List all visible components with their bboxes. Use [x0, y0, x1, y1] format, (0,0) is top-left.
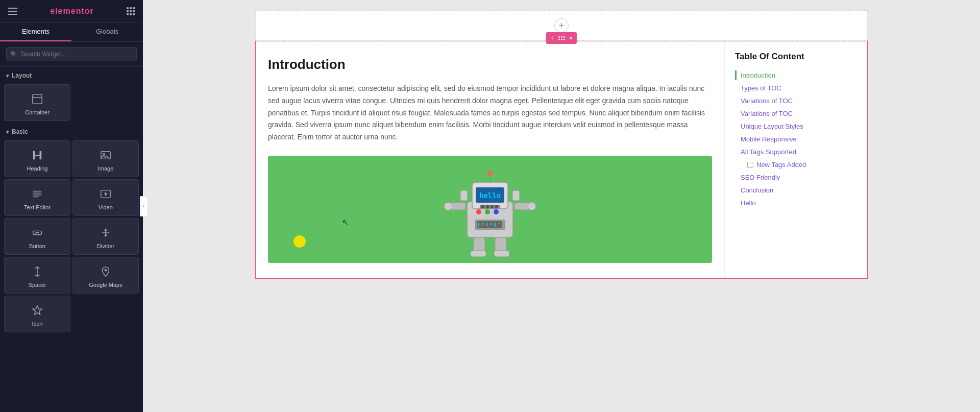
basic-section-header[interactable]: ▾ Basic — [0, 123, 143, 138]
tab-globals[interactable]: Globals — [71, 22, 143, 41]
toc-link-4[interactable]: Unique Layout Styles — [735, 122, 857, 131]
svg-rect-30 — [460, 190, 468, 201]
hamburger-menu-icon[interactable] — [8, 8, 17, 15]
google-maps-label: Google Maps — [89, 282, 122, 288]
grid-menu-icon[interactable] — [127, 7, 135, 15]
main-canvas-area: + + × Introduction Lorem — [143, 0, 980, 412]
svg-rect-39 — [494, 251, 509, 257]
layout-section-label: Layout — [12, 72, 32, 79]
text-editor-label: Text Editor — [24, 204, 51, 210]
toc-title: Table Of Content — [735, 52, 857, 62]
basic-chevron-icon: ▾ — [6, 129, 9, 135]
widget-spacer[interactable]: Spacer — [4, 257, 70, 294]
toc-link-5[interactable]: Mobile Responsive — [735, 134, 857, 144]
intro-body: Lorem ipsum dolor sit amet, consectetur … — [268, 83, 712, 143]
svg-rect-26 — [481, 205, 484, 208]
widget-divider[interactable]: Divider — [72, 218, 139, 255]
text-editor-icon — [30, 187, 44, 201]
toc-link-1[interactable]: Types of TOC — [735, 83, 857, 93]
spacer-icon — [30, 264, 44, 279]
icon-widget-icon — [30, 303, 44, 318]
layout-chevron-icon: ▾ — [6, 73, 9, 79]
toc-item-5: Mobile Responsive — [735, 133, 857, 146]
heading-label: Heading — [27, 165, 48, 172]
svg-rect-2 — [101, 152, 110, 159]
toc-link-9[interactable]: Conclusion — [735, 185, 857, 195]
toc-link-2[interactable]: Variations of TOC — [735, 96, 857, 106]
toc-link-10[interactable]: Hello — [735, 198, 857, 208]
canvas-inner: + + × Introduction Lorem — [255, 10, 868, 402]
svg-point-42 — [494, 209, 499, 214]
svg-rect-38 — [471, 251, 486, 257]
video-icon — [99, 187, 113, 201]
yellow-cursor-dot — [293, 235, 306, 248]
widget-heading[interactable]: Heading — [4, 140, 70, 177]
widget-container[interactable]: Container — [4, 84, 70, 121]
button-label: Button — [29, 243, 45, 249]
layout-section-header[interactable]: ▾ Layout — [0, 67, 143, 82]
toc-item-0: Introduction — [735, 69, 857, 82]
active-section: + × Introduction Lorem ipsum dolor sit a… — [255, 41, 868, 279]
divider-icon — [99, 226, 113, 240]
content-column: Introduction Lorem ipsum dolor sit amet,… — [256, 41, 724, 278]
toc-item-4: Unique Layout Styles — [735, 120, 857, 133]
toc-link-7[interactable]: New Tags Added — [747, 160, 857, 169]
svg-rect-44 — [477, 221, 502, 228]
widget-google-maps[interactable]: Google Maps — [72, 257, 139, 294]
toc-link-7-label: New Tags Added — [756, 161, 806, 168]
sidebar: elementor Elements Globals ▾ Layout C — [0, 0, 143, 412]
tab-elements[interactable]: Elements — [0, 22, 71, 41]
layout-widget-grid: Container — [0, 82, 143, 123]
svg-point-40 — [476, 209, 481, 214]
intro-image: hello — [268, 156, 712, 263]
svg-marker-18 — [33, 306, 42, 314]
svg-point-35 — [528, 202, 536, 210]
divider-label: Divider — [97, 243, 114, 249]
svg-marker-9 — [105, 192, 108, 196]
basic-section-label: Basic — [12, 128, 28, 135]
widget-icon[interactable]: Icon — [4, 296, 70, 332]
toc-column: Table Of Content Introduction Types of T… — [724, 41, 867, 278]
search-input[interactable] — [6, 47, 137, 61]
toolbar-move-handle[interactable] — [558, 36, 565, 40]
svg-point-17 — [105, 269, 107, 272]
sidebar-collapse-handle[interactable]: ‹ — [140, 196, 148, 216]
widget-button[interactable]: Button — [4, 218, 70, 255]
toolbar-close-button[interactable]: × — [568, 33, 574, 43]
icon-label: Icon — [32, 321, 43, 327]
toc-sub-indicator — [747, 162, 753, 168]
image-icon — [99, 148, 113, 162]
svg-point-22 — [487, 171, 493, 176]
widget-image[interactable]: Image — [72, 140, 139, 177]
video-label: Video — [99, 204, 113, 210]
svg-rect-0 — [33, 94, 42, 104]
cursor-arrow-icon: ↖ — [342, 217, 349, 227]
toc-link-6[interactable]: All Tags Supported — [735, 147, 857, 157]
spacer-label: Spacer — [29, 282, 46, 288]
svg-text:hello: hello — [479, 191, 501, 200]
image-label: Image — [98, 165, 114, 172]
robot-svg: hello — [439, 161, 541, 258]
svg-rect-31 — [512, 190, 520, 201]
section-columns: Introduction Lorem ipsum dolor sit amet,… — [256, 41, 867, 278]
svg-rect-29 — [495, 205, 498, 208]
toc-item-8: SEO Friendly — [735, 171, 857, 184]
google-maps-icon — [99, 264, 113, 279]
toolbar-add-button[interactable]: + — [549, 33, 555, 43]
svg-point-34 — [444, 202, 452, 210]
heading-icon — [30, 148, 44, 162]
widget-text-editor[interactable]: Text Editor — [4, 179, 70, 216]
toc-link-3[interactable]: Variations of TOC — [735, 109, 857, 118]
toc-item-9: Conclusion — [735, 184, 857, 197]
toc-item-10: Hello — [735, 197, 857, 209]
svg-point-41 — [485, 209, 490, 214]
sidebar-tabs: Elements Globals — [0, 22, 143, 42]
svg-rect-27 — [486, 205, 489, 208]
toc-item-1: Types of TOC — [735, 82, 857, 94]
add-section-button[interactable]: + — [554, 18, 569, 33]
toc-link-0[interactable]: Introduction — [735, 70, 857, 80]
toc-item-2: Variations of TOC — [735, 94, 857, 107]
toc-link-8[interactable]: SEO Friendly — [735, 173, 857, 182]
canvas: + + × Introduction Lorem — [143, 0, 980, 412]
widget-video[interactable]: Video — [72, 179, 139, 216]
